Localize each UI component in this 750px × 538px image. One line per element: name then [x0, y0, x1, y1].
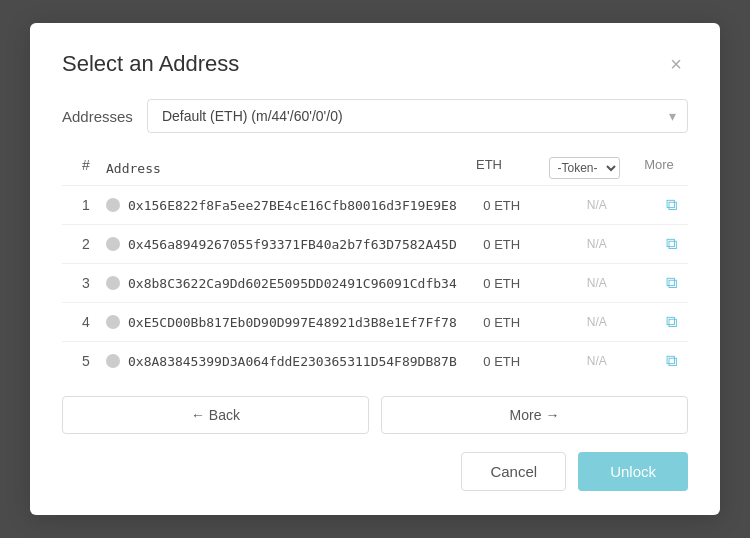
col-header-more: More — [634, 157, 684, 179]
footer-buttons: Cancel Unlock — [62, 452, 688, 491]
row-more[interactable]: ⧉ — [647, 274, 697, 292]
modal-overlay: Select an Address × Addresses Default (E… — [0, 0, 750, 538]
table-row: 3 0x8b8C3622Ca9Dd602E5095DD02491C96091Cd… — [62, 264, 688, 303]
token-dropdown[interactable]: -Token- — [549, 157, 620, 179]
row-address: 0x8A83845399D3A064fddE230365311D54F89DB8… — [106, 354, 457, 369]
row-token: N/A — [547, 237, 647, 251]
modal-header: Select an Address × — [62, 51, 688, 77]
table-row: 4 0xE5CD00Bb817Eb0D90D997E48921d3B8e1Ef7… — [62, 303, 688, 342]
addresses-row: Addresses Default (ETH) (m/44'/60'/0'/0)… — [62, 99, 688, 133]
row-address: 0x8b8C3622Ca9Dd602E5095DD02491C96091Cdfb… — [106, 276, 457, 291]
row-address: 0xE5CD00Bb817Eb0D90D997E48921d3B8e1Ef7Ff… — [106, 315, 457, 330]
row-num: 5 — [66, 353, 106, 369]
external-link-icon[interactable]: ⧉ — [666, 274, 677, 291]
row-eth: 0 ETH — [457, 354, 547, 369]
row-address: 0x456a8949267055f93371FB40a2b7f63D7582A4… — [106, 237, 457, 252]
external-link-icon[interactable]: ⧉ — [666, 313, 677, 330]
table-header: # Address ETH -Token- More — [62, 151, 688, 186]
row-more[interactable]: ⧉ — [647, 352, 697, 370]
close-button[interactable]: × — [664, 52, 688, 76]
col-header-num: # — [66, 157, 106, 179]
row-address: 0x156E822f8Fa5ee27BE4cE16Cfb80016d3F19E9… — [106, 198, 457, 213]
row-more[interactable]: ⧉ — [647, 235, 697, 253]
back-button[interactable]: ← Back — [62, 396, 369, 434]
bottom-nav: ← Back More → — [62, 396, 688, 434]
row-more[interactable]: ⧉ — [647, 196, 697, 214]
cancel-button[interactable]: Cancel — [461, 452, 566, 491]
row-num: 1 — [66, 197, 106, 213]
row-token: N/A — [547, 276, 647, 290]
table-row: 1 0x156E822f8Fa5ee27BE4cE16Cfb80016d3F19… — [62, 186, 688, 225]
addresses-label: Addresses — [62, 108, 133, 125]
address-icon — [106, 354, 120, 368]
row-num: 3 — [66, 275, 106, 291]
row-eth: 0 ETH — [457, 315, 547, 330]
row-eth: 0 ETH — [457, 276, 547, 291]
address-dropdown[interactable]: Default (ETH) (m/44'/60'/0'/0) — [147, 99, 688, 133]
row-more[interactable]: ⧉ — [647, 313, 697, 331]
more-button[interactable]: More → — [381, 396, 688, 434]
table-row: 5 0x8A83845399D3A064fddE230365311D54F89D… — [62, 342, 688, 380]
row-token: N/A — [547, 354, 647, 368]
col-header-eth: ETH — [444, 157, 534, 179]
row-num: 2 — [66, 236, 106, 252]
row-eth: 0 ETH — [457, 237, 547, 252]
col-header-address: Address — [106, 157, 444, 179]
table-row: 2 0x456a8949267055f93371FB40a2b7f63D7582… — [62, 225, 688, 264]
row-eth: 0 ETH — [457, 198, 547, 213]
external-link-icon[interactable]: ⧉ — [666, 235, 677, 252]
address-table: # Address ETH -Token- More 1 0x156E822f8… — [62, 151, 688, 380]
address-icon — [106, 276, 120, 290]
modal-title: Select an Address — [62, 51, 239, 77]
address-icon — [106, 198, 120, 212]
unlock-button[interactable]: Unlock — [578, 452, 688, 491]
row-token: N/A — [547, 315, 647, 329]
address-dropdown-wrapper: Default (ETH) (m/44'/60'/0'/0) ▾ — [147, 99, 688, 133]
external-link-icon[interactable]: ⧉ — [666, 196, 677, 213]
external-link-icon[interactable]: ⧉ — [666, 352, 677, 369]
row-token: N/A — [547, 198, 647, 212]
row-num: 4 — [66, 314, 106, 330]
address-icon — [106, 315, 120, 329]
address-icon — [106, 237, 120, 251]
modal-dialog: Select an Address × Addresses Default (E… — [30, 23, 720, 515]
